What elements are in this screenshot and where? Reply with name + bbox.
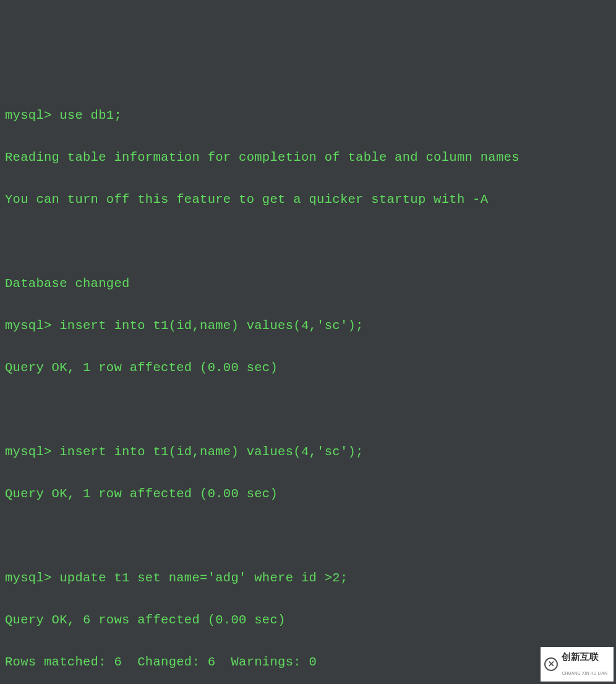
terminal-line: [5, 400, 611, 421]
terminal-line: Query OK, 6 rows affected (0.00 sec): [5, 610, 611, 631]
terminal-line: mysql> insert into t1(id,name) values(4,…: [5, 315, 611, 336]
terminal-line: Rows matched: 6 Changed: 6 Warnings: 0: [5, 652, 611, 673]
terminal-line: Query OK, 1 row affected (0.00 sec): [5, 484, 611, 505]
watermark-text: 创新互联 CHUANG XIN HU LIAN: [562, 649, 607, 679]
terminal-line: [5, 526, 611, 547]
terminal-line: mysql> insert into t1(id,name) values(4,…: [5, 442, 611, 463]
watermark-brand-en: CHUANG XIN HU LIAN: [562, 671, 607, 675]
watermark-logo-icon: ✕: [544, 657, 558, 671]
terminal-output: mysql> use db1; Reading table informatio…: [5, 84, 611, 684]
watermark-brand-cn: 创新互联: [562, 651, 599, 662]
watermark-badge: ✕ 创新互联 CHUANG XIN HU LIAN: [541, 647, 614, 682]
terminal-line: [5, 231, 611, 252]
terminal-line: Query OK, 1 row affected (0.00 sec): [5, 357, 611, 378]
terminal-line: Database changed: [5, 273, 611, 294]
terminal-line: mysql> update t1 set name='adg' where id…: [5, 568, 611, 589]
terminal-line: mysql> use db1;: [5, 105, 611, 126]
terminal-line: Reading table information for completion…: [5, 147, 611, 168]
terminal-line: You can turn off this feature to get a q…: [5, 189, 611, 210]
